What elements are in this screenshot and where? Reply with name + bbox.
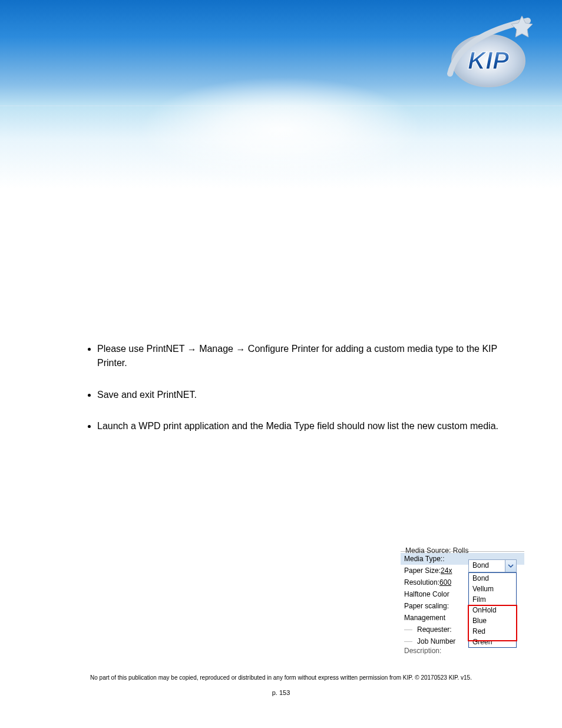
list-item: Launch a WPD print application and the M… — [97, 419, 503, 433]
kip-logo: KIP — [438, 15, 533, 91]
footer-copyright: No part of this publication may be copie… — [0, 674, 562, 681]
label: Halftone Color — [404, 590, 449, 598]
dropdown-option[interactable]: Vellum — [469, 584, 516, 594]
list-item: Please use PrintNET → Manage → Configure… — [97, 342, 503, 370]
value: 600 — [439, 578, 451, 587]
list-item: Save and exit PrintNET. — [97, 388, 503, 401]
dropdown-selected-value: Bond — [469, 560, 505, 572]
label: Media Type:: — [404, 555, 444, 563]
dropdown-option[interactable]: Bond — [469, 573, 516, 584]
label: Resolution: — [404, 578, 439, 587]
tree-dash-icon — [404, 630, 412, 630]
label: Paper Size: — [404, 566, 441, 575]
text: Save and exit PrintNET. — [97, 390, 197, 400]
tree-dash-icon — [404, 641, 412, 642]
arrow-right-icon: → — [236, 342, 245, 356]
label: Management — [404, 614, 445, 622]
body-content: Please use PrintNET → Manage → Configure… — [0, 106, 562, 433]
page-number: p. 153 — [0, 689, 562, 696]
text: Manage — [199, 344, 236, 354]
bullet-list: Please use PrintNET → Manage → Configure… — [59, 342, 503, 433]
dropdown-closed[interactable]: Bond — [468, 559, 517, 572]
row-description-cut: Description: — [401, 647, 524, 654]
label: Job Number — [417, 637, 455, 645]
media-type-dropdown[interactable]: Bond Bond Vellum Film OnHold Blue Red Gr… — [468, 559, 517, 648]
embedded-screenshot: Media Source: Rolls Media Type:: Paper S… — [401, 551, 524, 654]
label: Paper scaling: — [404, 602, 449, 610]
value: 24x — [441, 566, 452, 575]
dropdown-option[interactable]: Film — [469, 594, 516, 605]
page: KIP Please use PrintNET → Manage → Confi… — [0, 0, 562, 728]
dropdown-option[interactable]: Green — [469, 637, 516, 647]
chevron-down-icon — [508, 563, 514, 569]
label: Description: — [404, 647, 441, 654]
dropdown-button[interactable] — [505, 560, 516, 572]
label: Requester: — [417, 625, 452, 634]
dropdown-option[interactable]: OnHold — [469, 605, 516, 615]
page-footer: No part of this publication may be copie… — [0, 674, 562, 696]
dropdown-option[interactable]: Red — [469, 626, 516, 637]
arrow-right-icon: → — [187, 342, 197, 356]
text: Please use PrintNET — [97, 344, 184, 354]
dropdown-option[interactable]: Blue — [469, 615, 516, 626]
svg-text:KIP: KIP — [468, 47, 510, 74]
text: Launch a WPD print application and the M… — [97, 421, 498, 431]
dropdown-list[interactable]: Bond Vellum Film OnHold Blue Red Green — [468, 572, 517, 648]
header-banner: KIP — [0, 0, 562, 106]
